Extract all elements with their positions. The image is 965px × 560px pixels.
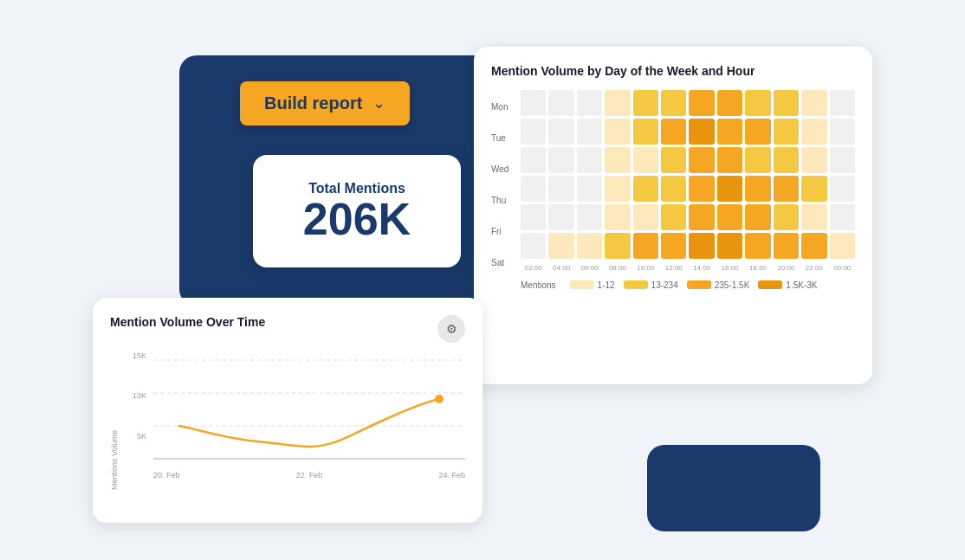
heatmap-cell — [521, 119, 546, 145]
gear-button[interactable]: ⚙ — [437, 315, 465, 343]
linechart-header: Mention Volume Over Time ⚙ — [110, 315, 465, 343]
hour-label: 10:00 — [633, 264, 658, 272]
hour-label: 18:00 — [745, 264, 770, 272]
heatmap-cell — [745, 119, 770, 145]
heatmap-cell — [661, 176, 686, 202]
heatmap-cell — [577, 147, 602, 173]
heatmap-cell — [774, 233, 799, 259]
heatmap-cell — [577, 233, 602, 259]
heatmap-cell — [830, 119, 855, 145]
heatmap-cell — [577, 119, 602, 145]
heatmap-cell — [774, 204, 799, 230]
heatmap-cell — [774, 119, 799, 145]
heatmap-cell — [717, 176, 742, 202]
heatmap-cell — [717, 90, 742, 116]
dark-bg-bottom — [647, 445, 820, 531]
y-axis-labels: 15K10K5K — [122, 351, 146, 490]
linechart-title: Mention Volume Over Time — [110, 315, 265, 329]
heatmap-row — [521, 176, 855, 202]
heatmap-cell — [661, 233, 686, 259]
heatmap-cell — [521, 90, 546, 116]
hour-label: 22:00 — [801, 264, 826, 272]
heatmap-day-label: Mon — [491, 92, 515, 123]
gear-icon: ⚙ — [446, 322, 457, 336]
legend-item: 235-1.5K — [687, 280, 750, 290]
heatmap-cell — [830, 233, 855, 259]
heatmap-cell — [577, 176, 602, 202]
heatmap-cell — [745, 233, 770, 259]
hour-label: 20:00 — [774, 264, 799, 272]
legend-text: 13-234 — [651, 280, 678, 290]
heatmap-cell — [717, 119, 742, 145]
heatmap-day-label: Tue — [491, 123, 515, 154]
heatmap-cell — [521, 176, 546, 202]
heatmap-row — [521, 233, 855, 259]
heatmap-cell — [830, 204, 855, 230]
heatmap-cell — [717, 147, 742, 173]
chart-wrapper: 20. Feb22. Feb24. Feb — [153, 351, 465, 490]
heatmap-title: Mention Volume by Day of the Week and Ho… — [491, 64, 855, 78]
legend-item: 1.5K-3K — [758, 280, 817, 290]
y-axis-title: Mentions Volume — [110, 351, 119, 490]
legend-area: Mentions 1-12 13-234 235-1.5K 1.5K-3K — [521, 280, 855, 290]
heatmap-cell — [548, 90, 573, 116]
heatmap-hours: 02:0004:0006:0008:0010:0012:0014:0016:00… — [521, 264, 855, 272]
heatmap-cell — [661, 147, 686, 173]
heatmap-cell — [521, 204, 546, 230]
heatmap-grid-area: MonTueWedThuFriSat 02:0004:0006:0008:001… — [491, 90, 855, 290]
heatmap-cell — [521, 233, 546, 259]
legend-text: 1-12 — [598, 280, 615, 290]
heatmap-cell — [745, 176, 770, 202]
heatmap-cell — [633, 204, 658, 230]
heatmap-day-label: Sat — [491, 248, 515, 279]
heatmap-cell — [633, 90, 658, 116]
heatmap-cell — [633, 147, 658, 173]
heatmap-cell — [577, 90, 602, 116]
heatmap-cell — [830, 176, 855, 202]
heatmap-cell — [521, 147, 546, 173]
heatmap-cell — [605, 147, 630, 173]
heatmap-cell — [801, 147, 826, 173]
heatmap-cell — [633, 176, 658, 202]
heatmap-cell — [689, 119, 714, 145]
heatmap-cell — [661, 204, 686, 230]
legend-label: Mentions — [521, 280, 556, 290]
linechart-card: Mention Volume Over Time ⚙ Mentions Volu… — [93, 298, 482, 523]
heatmap-cell — [548, 233, 573, 259]
heatmap-row — [521, 147, 855, 173]
heatmap-day-label: Wed — [491, 154, 515, 185]
hour-label: 06:00 — [577, 264, 602, 272]
heatmap-day-label: Fri — [491, 216, 515, 248]
hour-label: 00:00 — [830, 264, 855, 272]
heatmap-cell — [661, 90, 686, 116]
heatmap-cell — [801, 204, 826, 230]
heatmap-cell — [577, 204, 602, 230]
legend-dot — [687, 280, 711, 289]
y-axis-label: 15K — [133, 351, 146, 360]
heatmap-day-label: Thu — [491, 185, 515, 216]
hour-label: 04:00 — [548, 264, 573, 272]
heatmap-cell — [801, 176, 826, 202]
build-report-label: Build report — [264, 93, 362, 113]
heatmap-cell — [689, 233, 714, 259]
heatmap-cell — [689, 147, 714, 173]
heatmap-cell — [801, 119, 826, 145]
heatmap-cell — [605, 233, 630, 259]
hour-label: 16:00 — [717, 264, 742, 272]
legend-text: 1.5K-3K — [786, 280, 817, 290]
heatmap-cell — [745, 90, 770, 116]
heatmap-cell — [605, 176, 630, 202]
heatmap-cell — [689, 176, 714, 202]
heatmap-cell — [548, 176, 573, 202]
scene: Build report ⌄ Total Mentions 206K Menti… — [93, 29, 872, 531]
heatmap-row — [521, 90, 855, 116]
hour-label: 14:00 — [689, 264, 714, 272]
x-axis-label: 22. Feb — [296, 471, 323, 480]
build-report-button[interactable]: Build report ⌄ — [240, 81, 410, 126]
legend-dot — [570, 280, 594, 289]
y-axis-label: 5K — [137, 432, 146, 441]
heatmap-cell — [830, 147, 855, 173]
heatmap-cell — [605, 90, 630, 116]
heatmap-cell — [745, 147, 770, 173]
legend-dot — [624, 280, 648, 289]
